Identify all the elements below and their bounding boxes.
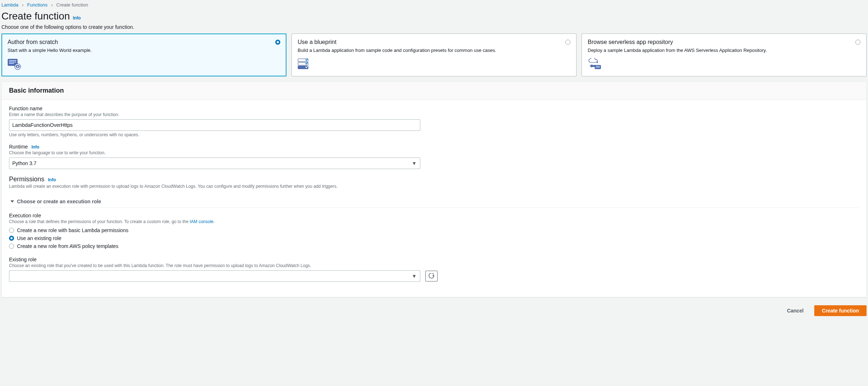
iam-console-link[interactable]: IAM console bbox=[190, 219, 214, 224]
role-option-label: Create a new role with basic Lambda perm… bbox=[17, 227, 128, 233]
blueprint-list-icon bbox=[298, 58, 570, 70]
existing-role-select[interactable] bbox=[9, 270, 420, 282]
footer-actions: Cancel Create function bbox=[0, 302, 868, 325]
radio-icon bbox=[565, 40, 570, 45]
function-name-group: Function name Enter a name that describe… bbox=[9, 106, 420, 137]
breadcrumb: Lambda › Functions › Create function bbox=[0, 0, 868, 8]
option-use-blueprint[interactable]: Use a blueprint Build a Lambda applicati… bbox=[291, 34, 577, 76]
existing-role-label: Existing role bbox=[9, 257, 859, 262]
runtime-info-link[interactable]: Info bbox=[31, 145, 39, 150]
radio-icon bbox=[275, 40, 280, 45]
option-title: Use a blueprint bbox=[298, 39, 570, 45]
triangle-down-icon bbox=[10, 200, 14, 203]
function-name-label: Function name bbox=[9, 106, 420, 111]
runtime-group: Runtime Info Choose the language to use … bbox=[9, 144, 420, 169]
role-option-label: Create a new role from AWS policy templa… bbox=[17, 243, 118, 249]
runtime-label: Runtime bbox=[9, 144, 28, 150]
runtime-hint: Choose the language to use to write your… bbox=[9, 150, 420, 155]
radio-icon bbox=[9, 236, 14, 241]
execution-role-hint-suffix: . bbox=[214, 219, 215, 224]
svg-point-5 bbox=[17, 66, 18, 67]
svg-rect-1 bbox=[9, 60, 16, 61]
function-name-input[interactable] bbox=[9, 119, 420, 131]
info-link[interactable]: Info bbox=[73, 15, 81, 21]
option-serverless-repo[interactable]: Browse serverless app repository Deploy … bbox=[582, 34, 867, 76]
execution-role-radio-list: Create a new role with basic Lambda perm… bbox=[9, 226, 859, 250]
role-option-use-existing[interactable]: Use an existing role bbox=[9, 234, 859, 242]
option-author-from-scratch[interactable]: Author from scratch Start with a simple … bbox=[1, 34, 286, 76]
option-title: Author from scratch bbox=[8, 39, 280, 45]
refresh-button[interactable] bbox=[425, 271, 438, 281]
option-desc: Build a Lambda application from sample c… bbox=[298, 48, 570, 53]
option-cards: Author from scratch Start with a simple … bbox=[0, 34, 868, 81]
option-desc: Deploy a sample Lambda application from … bbox=[588, 48, 860, 53]
runtime-select[interactable]: Python 3.7 bbox=[9, 157, 420, 169]
option-desc: Start with a simple Hello World example. bbox=[8, 48, 280, 53]
execution-role-expander[interactable]: Choose or create an execution role bbox=[9, 195, 859, 208]
execution-role-group: Execution role Choose a role that define… bbox=[9, 213, 859, 250]
cancel-button[interactable]: Cancel bbox=[780, 305, 811, 316]
permissions-section: Permissions Info Lambda will create an e… bbox=[9, 176, 859, 282]
refresh-icon bbox=[429, 273, 434, 279]
permissions-label: Permissions bbox=[9, 176, 44, 183]
svg-rect-2 bbox=[9, 62, 16, 62]
svg-rect-11 bbox=[596, 67, 600, 68]
page-title: Create function bbox=[1, 10, 70, 22]
option-title: Browse serverless app repository bbox=[588, 39, 860, 45]
expander-label: Choose or create an execution role bbox=[17, 199, 101, 204]
breadcrumb-lambda[interactable]: Lambda bbox=[1, 2, 18, 8]
permissions-desc: Lambda will create an execution role wit… bbox=[9, 184, 859, 189]
function-name-constraint: Use only letters, numbers, hyphens, or u… bbox=[9, 132, 420, 137]
role-option-label: Use an existing role bbox=[17, 235, 61, 241]
page-header: Create function Info Choose one of the f… bbox=[0, 8, 868, 34]
radio-icon bbox=[9, 228, 14, 233]
chevron-right-icon: › bbox=[51, 2, 53, 8]
create-function-button[interactable]: Create function bbox=[814, 305, 867, 316]
breadcrumb-functions[interactable]: Functions bbox=[27, 2, 47, 8]
page-subtitle: Choose one of the following options to c… bbox=[1, 24, 867, 30]
execution-role-label: Execution role bbox=[9, 213, 859, 218]
execution-role-hint-text: Choose a role that defines the permissio… bbox=[9, 219, 190, 224]
basic-information-panel: Basic information Function name Enter a … bbox=[1, 81, 867, 297]
panel-header: Basic information bbox=[2, 82, 866, 100]
panel-title: Basic information bbox=[9, 87, 859, 94]
radio-icon bbox=[855, 40, 860, 45]
permissions-info-link[interactable]: Info bbox=[48, 177, 56, 182]
radio-icon bbox=[9, 244, 14, 249]
svg-rect-10 bbox=[596, 66, 600, 67]
document-gear-icon bbox=[8, 58, 280, 70]
function-name-hint: Enter a name that describes the purpose … bbox=[9, 112, 420, 117]
breadcrumb-current: Create function bbox=[56, 2, 88, 8]
svg-rect-3 bbox=[9, 63, 14, 64]
role-option-create-basic[interactable]: Create a new role with basic Lambda perm… bbox=[9, 226, 859, 234]
chevron-right-icon: › bbox=[22, 2, 23, 8]
role-option-policy-templates[interactable]: Create a new role from AWS policy templa… bbox=[9, 242, 859, 250]
runtime-value: Python 3.7 bbox=[12, 160, 36, 166]
existing-role-hint: Choose an existing role that you've crea… bbox=[9, 263, 859, 268]
existing-role-group: Existing role Choose an existing role th… bbox=[9, 257, 859, 282]
execution-role-hint: Choose a role that defines the permissio… bbox=[9, 219, 859, 224]
cloud-deploy-icon bbox=[588, 58, 860, 70]
